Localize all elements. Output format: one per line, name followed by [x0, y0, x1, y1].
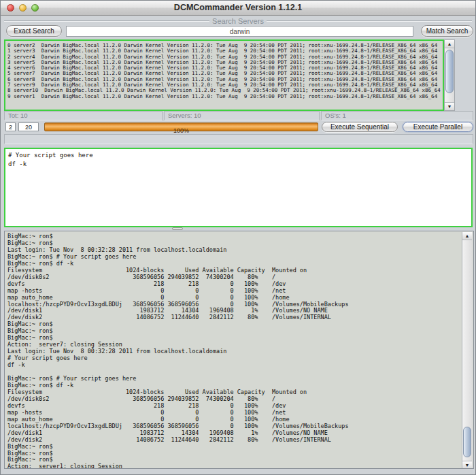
window-title: DCMCommander Version 1.12.1 — [1, 3, 475, 12]
exact-search-button[interactable]: Exact Search — [6, 25, 62, 37]
server-list[interactable]: 0 server2 Darwin BigMac.local 11.2.0 Dar… — [4, 39, 444, 111]
script-text: # Your script goes here df -k — [5, 149, 471, 168]
etched-line — [4, 20, 209, 22]
app-window: DCMCommander Version 1.12.1 Search Serve… — [0, 0, 476, 475]
threads-field[interactable] — [5, 122, 16, 131]
progress-label: 100% — [173, 127, 189, 134]
scroll-up-icon[interactable]: ▲ — [462, 232, 472, 240]
server-list-row[interactable]: 9 server1 Darwin BigMac.local 11.2.0 Dar… — [5, 94, 443, 99]
search-group-label: Search Servers — [209, 17, 267, 25]
terminal-text: BigMac:~ ron$ BigMac:~ ron$ Last login: … — [5, 231, 473, 469]
terminal-output[interactable]: BigMac:~ ron$ BigMac:~ ron$ Last login: … — [4, 231, 474, 469]
search-group-border: Search Servers — [4, 17, 472, 25]
execute-parallel-button[interactable]: Execute Parallel — [403, 122, 473, 132]
progress-bar: 100% — [44, 122, 318, 131]
server-rows: 0 server2 Darwin BigMac.local 11.2.0 Dar… — [5, 41, 443, 99]
window-titlebar[interactable]: DCMCommander Version 1.12.1 — [1, 1, 475, 16]
match-search-button[interactable]: Match Search — [421, 25, 473, 37]
command-preview-field[interactable] — [4, 134, 473, 144]
script-editor[interactable]: # Your script goes here df -k — [4, 148, 473, 227]
timeout-field[interactable] — [18, 122, 39, 131]
terminal-scrollbar[interactable]: ▲ ▼ — [462, 232, 473, 469]
split-divider-grip-icon[interactable] — [172, 227, 183, 230]
scrollbar-thumb[interactable] — [463, 427, 471, 457]
status-total-field: Tot: 10 — [4, 111, 163, 120]
scrollbar-thumb[interactable] — [445, 50, 454, 93]
scroll-down-icon[interactable]: ▼ — [462, 461, 472, 469]
scroll-up-icon[interactable]: ▲ — [445, 40, 454, 48]
server-list-scrollbar[interactable]: ▲ ▼ — [444, 39, 455, 111]
status-servers-field: Servers: 10 — [164, 111, 320, 120]
status-os-field: OS's: 1 — [321, 111, 473, 120]
etched-line — [267, 20, 472, 22]
search-input[interactable] — [66, 26, 413, 37]
scroll-down-icon[interactable]: ▼ — [445, 102, 454, 110]
execute-sequential-button[interactable]: Execute Sequential — [322, 122, 398, 132]
